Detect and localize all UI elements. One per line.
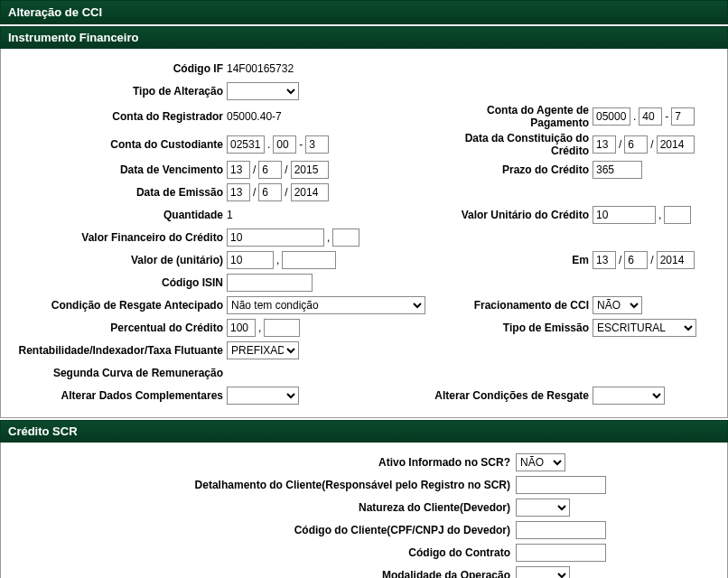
label-tipo-emissao: Tipo de Emissão [430,322,593,334]
dash-sep: - [665,110,668,123]
slash-sep: / [253,163,256,176]
input-vfc-dec[interactable] [332,228,359,247]
label-alterar-dados: Alterar Dados Complementares [1,389,227,402]
select-alterar-dados[interactable] [227,387,299,405]
label-data-constituicao: Data da Constituição do Crédito [430,132,593,157]
label-rentabilidade: Rentabilidade/Indexador/Taxa Flutuante [1,344,227,357]
select-modalidade[interactable] [516,566,570,578]
input-custodiante-1[interactable] [227,135,265,154]
input-detalhamento[interactable] [516,476,606,494]
select-ativo-scr[interactable]: NÃO [516,453,565,471]
slash-sep: / [285,163,287,176]
select-natureza[interactable] [516,499,570,517]
label-cond-resgate: Condição de Resgate Antecipado [1,299,227,312]
input-conta-agente-2[interactable] [639,107,662,126]
slash-sep: / [619,254,621,266]
value-quantidade: 1 [227,209,430,221]
label-natureza: Natureza do Cliente(Devedor) [1,501,516,514]
label-prazo-credito: Prazo do Crédito [430,163,593,176]
input-perc-int[interactable] [227,319,256,337]
input-custodiante-3[interactable] [305,135,329,154]
label-codigo-if: Código IF [1,62,227,75]
section-instrumento: Instrumento Financeiro [0,26,728,49]
label-ativo-scr: Ativo Informado no SCR? [1,456,516,469]
select-fracionamento[interactable]: NÃO [593,296,642,314]
value-codigo-if: 14F00165732 [227,62,430,75]
input-codigo-contrato[interactable] [516,544,606,562]
comma-sep: , [658,209,661,221]
slash-sep: / [253,186,256,199]
comma-sep: , [276,254,279,266]
input-conta-agente-1[interactable] [593,107,630,126]
input-prazo[interactable] [593,161,642,179]
label-conta-custodiante: Conta do Custodiante [1,138,227,151]
label-valor-fin-credito: Valor Financeiro do Crédito [1,231,227,244]
input-const-d[interactable] [593,135,616,154]
slash-sep: / [619,138,621,151]
label-modalidade: Modalidade da Operação [1,569,516,578]
dot-sep: . [267,138,270,151]
input-emis-y[interactable] [291,183,329,201]
label-alterar-cond: Alterar Condições de Resgate [430,389,593,402]
input-venc-m[interactable] [258,161,282,179]
label-fracionamento: Fracionamento de CCI [430,299,593,312]
instrumento-box: Código IF 14F00165732 Tipo de Alteração … [0,49,728,418]
input-em-d[interactable] [593,251,616,269]
label-conta-agente: Conta do Agente de Pagamento [430,104,593,129]
label-em: Em [430,254,593,266]
input-codigo-cliente[interactable] [516,521,606,539]
input-isin[interactable] [227,274,313,292]
comma-sep: , [258,322,261,334]
slash-sep: / [650,138,653,151]
label-conta-registrador: Conta do Registrador [1,110,227,123]
select-rentabilidade[interactable]: PREFIXADO [227,341,299,359]
input-perc-dec[interactable] [264,319,300,337]
label-valor-unit-credito: Valor Unitário do Crédito [430,209,593,221]
page-title: Alteração de CCI [0,0,728,24]
slash-sep: / [650,254,653,266]
input-emis-d[interactable] [227,183,250,201]
input-vuc-int[interactable] [593,206,656,224]
dot-sep: . [633,110,636,123]
label-quantidade: Quantidade [1,209,227,221]
dash-sep: - [299,138,303,151]
value-conta-registrador: 05000.40-7 [227,110,430,123]
credito-scr-box: Ativo Informado no SCR? NÃO Detalhamento… [0,443,728,578]
input-vuc-dec[interactable] [664,206,691,224]
label-detalhamento: Detalhamento do Cliente(Responsável pelo… [1,479,516,491]
select-tipo-emissao[interactable]: ESCRITURAL [593,319,696,337]
label-tipo-alteracao: Tipo de Alteração [1,85,227,98]
select-alterar-cond[interactable] [593,387,665,405]
input-venc-d[interactable] [227,161,250,179]
input-const-m[interactable] [624,135,648,154]
label-data-vencimento: Data de Vencimento [1,163,227,176]
select-cond-resgate[interactable]: Não tem condição [227,296,425,314]
input-conta-agente-3[interactable] [671,107,695,126]
input-vfc-int[interactable] [227,228,324,247]
label-codigo-contrato: Código do Contrato [1,546,516,559]
input-const-y[interactable] [657,135,695,154]
input-custodiante-2[interactable] [273,135,296,154]
slash-sep: / [285,186,287,199]
label-codigo-isin: Código ISIN [1,276,227,289]
label-valor-unitario: Valor de (unitário) [1,254,227,266]
input-vu-dec[interactable] [282,251,336,269]
input-em-m[interactable] [624,251,648,269]
label-segunda-curva: Segunda Curva de Remuneração [1,367,227,379]
label-data-emissao: Data de Emissão [1,186,227,199]
select-tipo-alteracao[interactable] [227,82,299,100]
input-venc-y[interactable] [291,161,329,179]
label-codigo-cliente: Código do Cliente(CPF/CNPJ do Devedor) [1,524,516,536]
label-percentual-credito: Percentual do Crédito [1,322,227,334]
input-vu-int[interactable] [227,251,274,269]
comma-sep: , [327,231,330,244]
input-em-y[interactable] [657,251,695,269]
input-emis-m[interactable] [258,183,282,201]
section-credito-scr: Crédito SCR [0,420,728,443]
